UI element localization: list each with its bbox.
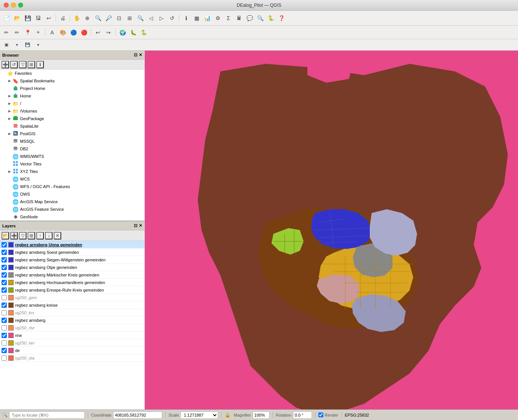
layer-checkbox-vg250-rbz[interactable] [2, 325, 7, 330]
browser-item-favorites[interactable]: ⭐Favorites [0, 69, 144, 77]
browser-item-xyz-tiles[interactable]: ▶XYZ Tiles [0, 168, 144, 175]
zoom-in-button[interactable]: 🔍 [93, 13, 103, 23]
select-dropdown-button[interactable]: ▼ [12, 40, 22, 50]
layers-move-down-button[interactable]: ↓ [45, 232, 53, 239]
browser-item-vector-tiles[interactable]: Vector Tiles [0, 160, 144, 168]
layer-checkbox-nrw[interactable] [2, 333, 7, 338]
revert-project-button[interactable]: ↩ [44, 13, 54, 23]
browser-item-wcs[interactable]: 🌐WCS [0, 175, 144, 183]
layer-checkbox-ennepe[interactable] [2, 287, 7, 293]
python-button[interactable]: 🐍 [266, 13, 276, 23]
layer-item-vg250-lan[interactable]: vg250_lan [0, 339, 144, 347]
close-button[interactable] [4, 3, 9, 8]
layer-item-vg250-gem[interactable]: vg250_gem [0, 294, 144, 301]
label-color2-button[interactable]: 🔴 [79, 28, 89, 37]
layer-checkbox-arnsberg[interactable] [2, 318, 7, 323]
browser-close-button[interactable]: ✕ [139, 52, 142, 57]
layer-item-vg250-krs[interactable]: vg250_krs [0, 309, 144, 317]
layer-item-vg250-rbz[interactable]: vg250_rbz [0, 324, 144, 332]
layer-checkbox-siegen[interactable] [2, 257, 7, 262]
attribute-table-button[interactable]: ▦ [192, 13, 202, 23]
browser-item-wms-wmts[interactable]: 🌐WMS/WMTS [0, 153, 144, 160]
layer-item-vg250-sta[interactable]: vg250_sta [0, 354, 144, 362]
magnifier-input[interactable] [253, 411, 270, 419]
label-style-button[interactable]: 🎨 [58, 28, 68, 37]
layer-checkbox-kreise[interactable] [2, 303, 7, 308]
zoom-out-button[interactable]: 🔎 [104, 13, 113, 23]
pan-map-button[interactable]: ⊕ [82, 13, 92, 23]
label-color-button[interactable]: 🔵 [68, 28, 78, 37]
save-layers-button[interactable]: 💾 [23, 40, 33, 50]
layers-close-button[interactable]: ✕ [139, 223, 142, 228]
save-as-button[interactable]: 🖫 [33, 13, 43, 23]
atlas-button[interactable]: 🌍 [118, 28, 127, 37]
layer-checkbox-hochsauer[interactable] [2, 280, 7, 285]
browser-item-slash[interactable]: ▶📁/ [0, 100, 144, 107]
browser-item-wfs-ogc[interactable]: 🌐WFS / OGC API - Features [0, 183, 144, 190]
sum-button[interactable]: Σ [223, 13, 233, 23]
undo-button[interactable]: ↩ [93, 28, 103, 37]
layer-checkbox-unna[interactable] [2, 242, 7, 247]
save-layers-dropdown-button[interactable]: ▼ [33, 40, 43, 50]
zoom-selection-button[interactable]: ⊞ [125, 13, 135, 23]
window-controls[interactable] [4, 3, 23, 8]
current-edits-button[interactable]: ✏ [2, 28, 11, 37]
layer-item-maerkischer[interactable]: regbez arnsberg Märkischer Kreis gemeind… [0, 271, 144, 279]
layers-float-button[interactable]: ⊡ [134, 223, 137, 228]
layer-notes-button[interactable]: 💬 [245, 13, 254, 23]
settings-button[interactable]: ⚙ [213, 13, 223, 23]
browser-refresh-button[interactable]: ↺ [10, 61, 18, 68]
browser-item-volumes[interactable]: ▶📁/Volumes [0, 107, 144, 115]
search-button[interactable]: 🔍 [255, 13, 265, 23]
browser-item-home[interactable]: ▶Home [0, 92, 144, 100]
browser-item-arcgis-map[interactable]: 🌐ArcGIS Map Service [0, 198, 144, 205]
help-button[interactable]: ❓ [276, 13, 286, 23]
browser-add-button[interactable]: ➕ [2, 61, 9, 68]
layer-checkbox-vg250-lan[interactable] [2, 340, 7, 346]
layers-expand-button[interactable]: ⊞ [28, 232, 35, 239]
browser-item-geopackage[interactable]: ▶GeoPackage [0, 115, 144, 122]
add-feature-button[interactable]: 📍 [23, 28, 33, 37]
zoom-layer-button[interactable]: 🔍 [135, 13, 145, 23]
layer-item-arnsberg[interactable]: regbez arnsberg [0, 317, 144, 324]
coordinate-input[interactable] [113, 411, 162, 419]
layer-item-unna[interactable]: regbez arnsberg Unna gemeinden [0, 241, 144, 249]
layer-checkbox-vg250-krs[interactable] [2, 310, 7, 315]
layer-item-kreise[interactable]: regbez arnsberg kreise [0, 301, 144, 309]
browser-item-db2[interactable]: DB2 [0, 145, 144, 153]
layer-item-hochsauer[interactable]: regbez arnsberg Hochsauerlandkreis gemei… [0, 279, 144, 286]
render-checkbox[interactable] [318, 412, 323, 417]
layers-add-button[interactable]: ➕ [10, 232, 18, 239]
save-project-button[interactable]: 💾 [23, 13, 33, 23]
zoom-next-button[interactable]: ▷ [157, 13, 166, 23]
zoom-last-button[interactable]: ◁ [146, 13, 156, 23]
browser-item-geonode[interactable]: ❄GeoNode [0, 213, 144, 221]
pan-tool-button[interactable]: ✋ [72, 13, 82, 23]
statistics-button[interactable]: 📊 [202, 13, 212, 23]
minimize-button[interactable] [11, 3, 16, 8]
select-all-button[interactable]: ▣ [2, 40, 11, 50]
redo-button[interactable]: ↪ [104, 28, 113, 37]
console-button[interactable]: 🐍 [139, 28, 149, 37]
layer-checkbox-vg250-gem[interactable] [2, 295, 7, 300]
layer-item-siegen[interactable]: regbez arnsberg Siegen-Wittgenstein geme… [0, 256, 144, 264]
layers-filter-button[interactable]: ▽ [19, 232, 26, 239]
browser-info-button[interactable]: ℹ [36, 61, 44, 68]
layers-remove-button[interactable]: ✕ [54, 232, 61, 239]
browser-item-postgis[interactable]: ▶🐘PostGIS [0, 130, 144, 137]
layer-checkbox-maerkischer[interactable] [2, 272, 7, 278]
browser-item-mssql[interactable]: MSSQL [0, 137, 144, 145]
new-project-button[interactable]: 📄 [2, 13, 11, 23]
refresh-button[interactable]: ↺ [167, 13, 177, 23]
browser-filter-button[interactable]: ▽ [19, 61, 26, 68]
layer-checkbox-vg250-sta[interactable] [2, 355, 7, 361]
locate-input[interactable] [9, 411, 85, 419]
layer-item-de[interactable]: de [0, 347, 144, 354]
browser-collapse-button[interactable]: ⊞ [28, 61, 35, 68]
browser-float-button[interactable]: ⊡ [134, 52, 137, 57]
layer-item-ennepe[interactable]: regbez arnsberg Ennepe-Ruhr-Kreis gemein… [0, 286, 144, 294]
identify-button[interactable]: ℹ [181, 13, 191, 23]
maximize-button[interactable] [18, 3, 23, 8]
layer-checkbox-de[interactable] [2, 348, 7, 353]
layer-checkbox-olpe[interactable] [2, 265, 7, 270]
